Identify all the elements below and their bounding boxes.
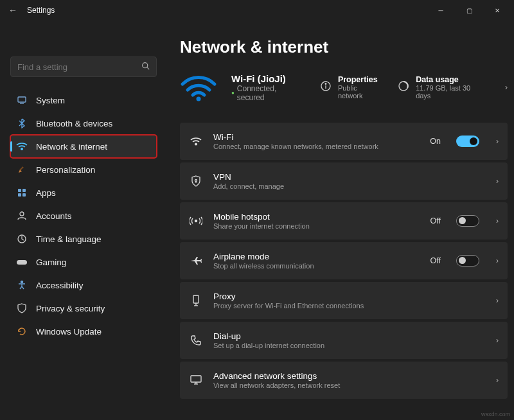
wifi-large-icon	[180, 71, 217, 103]
page-title: Network & internet	[180, 37, 508, 57]
properties-label: Properties	[338, 75, 384, 84]
card-sub: Share your internet connection	[213, 222, 420, 230]
sidebar-item-personalization[interactable]: Personalization	[10, 158, 157, 181]
sidebar-item-label: Personalization	[36, 165, 95, 175]
chevron-right-icon: ›	[496, 336, 499, 345]
svg-point-0	[143, 63, 148, 68]
sidebar-item-system[interactable]: System	[10, 89, 157, 112]
shield-icon	[15, 302, 28, 315]
hotspot-toggle[interactable]	[456, 215, 479, 227]
svg-point-19	[195, 143, 197, 145]
sidebar-item-privacy[interactable]: Privacy & security	[10, 297, 157, 320]
sidebar-item-label: Bluetooth & devices	[36, 119, 112, 128]
svg-rect-2	[18, 97, 26, 102]
chevron-right-icon[interactable]: ›	[505, 83, 508, 92]
sidebar-item-time[interactable]: Time & language	[10, 227, 157, 250]
svg-line-1	[147, 67, 149, 69]
chevron-right-icon: ›	[496, 376, 499, 385]
accessibility-icon	[15, 279, 28, 292]
close-button[interactable]: ✕	[483, 0, 511, 21]
minimize-button[interactable]: ─	[427, 0, 455, 21]
system-icon	[15, 94, 28, 107]
wifi-icon	[15, 140, 28, 153]
proxy-icon	[189, 294, 203, 307]
card-airplane[interactable]: Airplane mode Stop all wireless communic…	[180, 242, 508, 279]
sidebar-item-accessibility[interactable]: Accessibility	[10, 274, 157, 297]
sidebar-item-network[interactable]: Network & internet	[10, 135, 157, 158]
info-icon	[320, 80, 332, 94]
bluetooth-icon	[15, 117, 28, 130]
chevron-right-icon: ›	[496, 216, 499, 225]
properties-sub: Public network	[338, 84, 384, 100]
chevron-right-icon: ›	[496, 177, 499, 186]
card-title: VPN	[213, 172, 486, 182]
card-title: Wi-Fi	[213, 132, 420, 142]
wifi-icon	[189, 136, 203, 146]
card-title: Mobile hotspot	[213, 212, 420, 222]
data-usage-icon	[398, 80, 409, 94]
card-sub: Proxy server for Wi-Fi and Ethernet conn…	[213, 302, 486, 310]
person-icon	[15, 209, 28, 222]
data-usage-link[interactable]: Data usage 11.79 GB, last 30 days	[398, 75, 487, 100]
sidebar-item-apps[interactable]: Apps	[10, 181, 157, 204]
wifi-state-label: On	[430, 137, 441, 146]
card-dialup[interactable]: Dial-up Set up a dial-up internet connec…	[180, 322, 508, 359]
airplane-icon	[189, 255, 203, 267]
hotspot-icon	[189, 215, 203, 227]
maximize-button[interactable]: ▢	[455, 0, 483, 21]
sidebar-item-update[interactable]: Windows Update	[10, 320, 157, 343]
properties-link[interactable]: Properties Public network	[320, 75, 384, 100]
card-sub: Set up a dial-up internet connection	[213, 342, 486, 349]
vpn-shield-icon	[189, 175, 203, 187]
svg-rect-23	[193, 295, 199, 303]
card-proxy[interactable]: Proxy Proxy server for Wi-Fi and Etherne…	[180, 282, 508, 319]
card-advanced[interactable]: Advanced network settings View all netwo…	[180, 362, 508, 399]
settings-cards: Wi-Fi Connect, manage known networks, me…	[180, 123, 508, 399]
data-usage-label: Data usage	[416, 75, 487, 84]
sidebar-item-gaming[interactable]: Gaming	[10, 250, 157, 274]
sidebar-item-label: Accounts	[36, 211, 72, 221]
connected-dot-icon: ●	[231, 90, 235, 96]
chevron-right-icon: ›	[496, 256, 499, 265]
svg-point-14	[197, 97, 201, 101]
card-wifi[interactable]: Wi-Fi Connect, manage known networks, me…	[180, 123, 508, 160]
search-input[interactable]	[17, 62, 141, 72]
sidebar-item-bluetooth[interactable]: Bluetooth & devices	[10, 112, 157, 135]
card-sub: Add, connect, manage	[213, 182, 486, 190]
network-detail: ● Connected, secured	[231, 84, 306, 102]
svg-rect-9	[22, 193, 26, 197]
airplane-toggle[interactable]	[456, 255, 479, 267]
sidebar-item-label: System	[36, 96, 65, 105]
svg-rect-8	[18, 193, 21, 197]
phone-icon	[189, 335, 203, 346]
svg-point-13	[21, 281, 22, 283]
wifi-toggle[interactable]	[456, 136, 479, 147]
title-bar: ← Settings ─ ▢ ✕	[0, 0, 514, 21]
svg-point-4	[21, 148, 22, 150]
hotspot-state-label: Off	[430, 216, 441, 225]
sidebar-item-label: Apps	[36, 188, 56, 198]
card-title: Advanced network settings	[213, 371, 486, 381]
card-sub: View all network adapters, network reset	[213, 381, 486, 389]
card-hotspot[interactable]: Mobile hotspot Share your internet conne…	[180, 202, 508, 240]
update-icon	[15, 325, 28, 338]
sidebar-item-label: Gaming	[36, 258, 66, 267]
airplane-state-label: Off	[430, 256, 441, 265]
chevron-right-icon: ›	[496, 137, 499, 146]
sidebar-item-label: Windows Update	[36, 327, 102, 337]
apps-icon	[15, 186, 28, 199]
back-button[interactable]: ←	[3, 5, 23, 15]
network-status-header: Wi-Fi (JioJi) ● Connected, secured Prope…	[180, 71, 508, 103]
svg-rect-6	[18, 189, 21, 192]
card-vpn[interactable]: VPN Add, connect, manage ›	[180, 162, 508, 200]
monitor-icon	[189, 374, 203, 386]
paintbrush-icon	[15, 163, 28, 176]
svg-point-17	[325, 83, 326, 85]
connection-status[interactable]: Wi-Fi (JioJi) ● Connected, secured	[231, 73, 306, 102]
network-name: Wi-Fi (JioJi)	[231, 73, 306, 84]
sidebar-item-accounts[interactable]: Accounts	[10, 204, 157, 227]
card-title: Proxy	[213, 292, 486, 301]
clock-icon	[15, 232, 28, 245]
main-panel: Network & internet Wi-Fi (JioJi) ● Conne…	[162, 21, 514, 420]
search-box[interactable]	[10, 57, 157, 77]
